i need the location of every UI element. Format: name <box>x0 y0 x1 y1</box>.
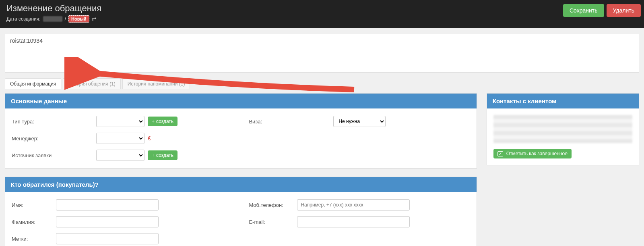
mark-done-button[interactable]: Отметить как завершенное <box>493 149 572 158</box>
row-phone: Моб.телефон: <box>249 199 470 211</box>
page-title: Изменение обращения <box>6 3 638 14</box>
delete-button[interactable]: Удалить <box>607 4 641 17</box>
row-source: Источник заявки + создать <box>12 150 233 161</box>
label-tour-type: Тип тура: <box>12 119 52 125</box>
input-email[interactable] <box>297 216 410 227</box>
input-phone[interactable] <box>297 199 410 211</box>
tabs: Общая информация История общения (1) Ист… <box>0 73 644 89</box>
label-manager: Менеджер: <box>12 136 52 142</box>
create-source-label: создать <box>156 152 173 158</box>
col-main: Основные данные Тип тура: + создать <box>5 93 477 246</box>
shuffle-icon[interactable]: ⇄ <box>92 16 97 22</box>
panel-main-data: Основные данные Тип тура: + создать <box>5 93 477 169</box>
contacts-blur <box>493 115 632 143</box>
label-tags: Метки: <box>12 236 52 242</box>
created-label: Дата создания: <box>6 16 41 22</box>
roistat-text: roistat:10934 <box>10 38 43 44</box>
label-visa: Виза: <box>249 119 289 125</box>
roistat-box: roistat:10934 <box>5 33 639 73</box>
top-actions: Сохранить Удалить <box>563 4 641 17</box>
status-badge: Новый <box>68 15 89 23</box>
panel-contacts-header: Контакты с клиентом <box>487 94 639 108</box>
date-value-blur <box>43 16 62 22</box>
body-cols: Основные данные Тип тура: + создать <box>0 89 644 246</box>
panel-buyer-body: Имя: Фамилия: Метки: <box>5 192 477 246</box>
col-side: Контакты с клиентом Отметить как заверше… <box>487 93 639 165</box>
topbar: Изменение обращения Дата создания: / Нов… <box>0 0 644 28</box>
select-manager[interactable] <box>96 133 144 144</box>
mark-done-label: Отметить как завершенное <box>506 151 568 156</box>
label-source: Источник заявки <box>12 152 52 158</box>
save-button[interactable]: Сохранить <box>563 4 604 17</box>
label-surname: Фамилия: <box>12 219 52 225</box>
panel-contacts-body: Отметить как завершенное <box>487 108 639 165</box>
row-email: E-mail: <box>249 216 470 227</box>
row-surname: Фамилия: <box>12 216 233 227</box>
select-tour-type[interactable] <box>96 116 144 127</box>
panel-main-data-body: Тип тура: + создать Менеджер: <box>5 108 477 168</box>
label-phone: Моб.телефон: <box>249 202 293 208</box>
meta-row: Дата создания: / Новый ⇄ <box>6 15 638 23</box>
select-source[interactable] <box>96 150 144 161</box>
plus-icon: + <box>152 119 155 124</box>
label-name: Имя: <box>12 202 52 208</box>
tab-reminder-history[interactable]: История напоминаний (1) <box>122 78 190 89</box>
input-surname[interactable] <box>56 216 159 227</box>
create-source-button[interactable]: + создать <box>148 150 178 160</box>
create-tour-type-button[interactable]: + создать <box>148 117 178 126</box>
roistat-area: roistat:10934 <box>0 28 644 73</box>
tab-chat-history[interactable]: История общения (1) <box>63 78 121 89</box>
input-name[interactable] <box>56 199 159 211</box>
row-visa: Виза: Не нужна <box>249 116 470 127</box>
row-tour-type: Тип тура: + создать <box>12 116 233 127</box>
panel-buyer-header: Кто обратился (покупатель)? <box>5 177 477 192</box>
currency-symbol: € <box>148 135 151 142</box>
plus-icon: + <box>152 152 155 158</box>
select-visa[interactable]: Не нужна <box>333 116 386 127</box>
panel-buyer: Кто обратился (покупатель)? Имя: Фамилия… <box>5 177 477 246</box>
label-email: E-mail: <box>249 219 293 225</box>
panel-main-data-header: Основные данные <box>5 94 477 108</box>
tab-general[interactable]: Общая информация <box>5 78 61 89</box>
row-name: Имя: <box>12 199 233 211</box>
create-tour-type-label: создать <box>156 119 173 124</box>
input-tags[interactable] <box>56 233 159 244</box>
panel-contacts: Контакты с клиентом Отметить как заверше… <box>487 93 639 165</box>
row-tags: Метки: <box>12 233 233 244</box>
separator: / <box>65 16 66 22</box>
row-manager: Менеджер: € <box>12 133 233 144</box>
